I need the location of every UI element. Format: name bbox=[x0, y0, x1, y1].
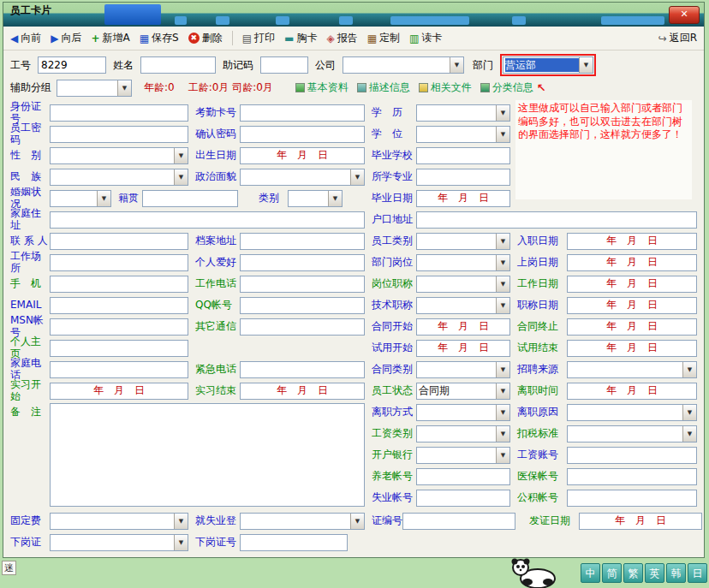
pension-account-input[interactable] bbox=[416, 468, 510, 485]
home-address-input[interactable] bbox=[50, 211, 365, 229]
email-input[interactable] bbox=[50, 297, 188, 314]
emp-status-combo[interactable]: 合同期 ▼ bbox=[416, 383, 510, 400]
education-combo[interactable]: ▼ bbox=[416, 104, 510, 122]
chevron-down-icon[interactable]: ▼ bbox=[496, 448, 509, 463]
birth-date-input[interactable]: 年 月 日 bbox=[240, 147, 365, 164]
chevron-down-icon[interactable]: ▼ bbox=[496, 426, 509, 442]
forward-button[interactable]: ▶ 向后 bbox=[51, 31, 81, 45]
contract-start-input[interactable]: 年 月 日 bbox=[416, 318, 510, 336]
chevron-down-icon[interactable]: ▼ bbox=[97, 191, 110, 206]
chevron-down-icon[interactable]: ▼ bbox=[174, 514, 188, 529]
chevron-down-icon[interactable]: ▼ bbox=[350, 169, 364, 185]
lang-tile[interactable]: 日 bbox=[688, 563, 707, 583]
emp-type-combo[interactable]: ▼ bbox=[416, 233, 510, 250]
category-combo[interactable]: ▼ bbox=[288, 190, 343, 207]
close-button[interactable]: ✕ bbox=[669, 6, 700, 24]
leave-time-input[interactable]: 年 月 日 bbox=[567, 383, 697, 400]
contract-end-input[interactable]: 年 月 日 bbox=[567, 318, 697, 336]
mnemonic-input[interactable] bbox=[260, 56, 308, 74]
trial-start-input[interactable]: 年 月 日 bbox=[416, 340, 510, 357]
read-card-button[interactable]: ▥ 读卡 bbox=[409, 31, 442, 45]
bank-combo[interactable]: ▼ bbox=[416, 447, 510, 464]
hobby-input[interactable] bbox=[240, 254, 365, 271]
chevron-down-icon[interactable]: ▼ bbox=[496, 383, 509, 399]
homepage-input[interactable] bbox=[50, 340, 188, 357]
chevron-down-icon[interactable]: ▼ bbox=[496, 276, 509, 292]
chevron-down-icon[interactable]: ▼ bbox=[682, 362, 696, 377]
dept-position-combo[interactable]: ▼ bbox=[416, 254, 510, 271]
layoff-cert-no-input[interactable] bbox=[240, 534, 348, 551]
dept-combo[interactable]: 营运部 ▼ bbox=[503, 56, 593, 74]
badge-button[interactable]: ▬ 胸卡 bbox=[284, 31, 317, 45]
tax-standard-combo[interactable]: ▼ bbox=[567, 425, 697, 442]
grad-school-input[interactable] bbox=[416, 147, 510, 164]
other-comm-input[interactable] bbox=[240, 318, 365, 336]
customize-button[interactable]: ▦ 定制 bbox=[367, 31, 400, 45]
workplace-input[interactable] bbox=[50, 254, 188, 271]
file-address-input[interactable] bbox=[240, 233, 365, 250]
contact-input[interactable] bbox=[50, 233, 188, 250]
recruit-source-combo[interactable]: ▼ bbox=[567, 361, 697, 378]
cert-no-input[interactable] bbox=[402, 513, 515, 530]
leave-method-combo[interactable]: ▼ bbox=[416, 404, 510, 421]
lang-tile[interactable]: 韩 bbox=[666, 563, 686, 583]
msn-input[interactable] bbox=[50, 318, 188, 336]
salary-account-input[interactable] bbox=[567, 447, 697, 464]
position-title-combo[interactable]: ▼ bbox=[416, 276, 510, 293]
hire-date-input[interactable]: 年 月 日 bbox=[567, 233, 697, 250]
work-phone-input[interactable] bbox=[240, 276, 365, 293]
tab-description[interactable]: 描述信息 bbox=[357, 80, 410, 95]
residence-address-input[interactable] bbox=[416, 211, 697, 229]
marital-combo[interactable]: ▼ bbox=[50, 190, 111, 207]
home-phone-input[interactable] bbox=[50, 361, 188, 378]
fixed-fee-combo[interactable]: ▼ bbox=[50, 513, 188, 530]
notes-textarea[interactable] bbox=[50, 403, 365, 507]
report-button[interactable]: ◈ 报告 bbox=[326, 31, 357, 45]
tab-classification[interactable]: 分类信息 bbox=[480, 80, 533, 95]
intern-start-input[interactable]: 年 月 日 bbox=[50, 383, 188, 400]
chevron-down-icon[interactable]: ▼ bbox=[450, 57, 463, 73]
back-button[interactable]: ◀ 向前 bbox=[10, 31, 41, 45]
lang-tile[interactable]: 繁 bbox=[623, 563, 643, 583]
emergency-phone-input[interactable] bbox=[240, 361, 365, 378]
trial-end-input[interactable]: 年 月 日 bbox=[567, 340, 697, 357]
chevron-down-icon[interactable]: ▼ bbox=[328, 191, 342, 206]
gender-combo[interactable]: ▼ bbox=[50, 147, 188, 164]
chevron-down-icon[interactable]: ▼ bbox=[117, 80, 131, 96]
unemployment-reg-combo[interactable]: ▼ bbox=[240, 513, 365, 530]
lang-tile[interactable]: 简 bbox=[602, 563, 622, 583]
chevron-down-icon[interactable]: ▼ bbox=[496, 127, 509, 142]
name-input[interactable] bbox=[140, 56, 216, 74]
leave-reason-combo[interactable]: ▼ bbox=[567, 404, 697, 421]
chevron-down-icon[interactable]: ▼ bbox=[350, 514, 364, 529]
major-input[interactable] bbox=[416, 169, 510, 186]
title-date-input[interactable]: 年 月 日 bbox=[567, 297, 697, 314]
chevron-down-icon[interactable]: ▼ bbox=[174, 148, 188, 163]
aux-group-combo[interactable]: ▼ bbox=[57, 80, 132, 97]
intern-end-input[interactable]: 年 月 日 bbox=[240, 383, 365, 400]
add-button[interactable]: + 新增A bbox=[91, 31, 129, 45]
chevron-down-icon[interactable]: ▼ bbox=[682, 426, 696, 442]
lang-tile[interactable]: 中 bbox=[581, 563, 600, 583]
chevron-down-icon[interactable]: ▼ bbox=[496, 255, 509, 270]
contract-type-combo[interactable]: ▼ bbox=[416, 361, 510, 378]
qq-input[interactable] bbox=[240, 297, 365, 314]
grad-date-input[interactable]: 年 月 日 bbox=[416, 190, 510, 207]
native-place-input[interactable] bbox=[142, 190, 238, 207]
confirm-password-input[interactable] bbox=[240, 126, 365, 143]
degree-combo[interactable]: ▼ bbox=[416, 126, 510, 143]
return-button[interactable]: ↪ 返回R bbox=[658, 31, 697, 45]
lang-tile[interactable]: 英 bbox=[645, 563, 664, 583]
ethnicity-combo[interactable]: ▼ bbox=[50, 169, 188, 186]
layoff-cert-combo[interactable]: ▼ bbox=[50, 534, 188, 551]
chevron-down-icon[interactable]: ▼ bbox=[682, 405, 696, 420]
emp-no-input[interactable] bbox=[38, 56, 106, 74]
work-date-input[interactable]: 年 月 日 bbox=[567, 276, 697, 293]
chevron-down-icon[interactable]: ▼ bbox=[174, 535, 188, 550]
onboard-date-input[interactable]: 年 月 日 bbox=[567, 254, 697, 271]
tech-title-combo[interactable]: ▼ bbox=[416, 297, 510, 314]
save-button[interactable]: ▦ 保存S bbox=[140, 31, 179, 45]
attendance-card-input[interactable] bbox=[240, 104, 365, 122]
print-button[interactable]: ▤ 打印 bbox=[242, 31, 275, 45]
emp-password-input[interactable] bbox=[50, 126, 188, 143]
